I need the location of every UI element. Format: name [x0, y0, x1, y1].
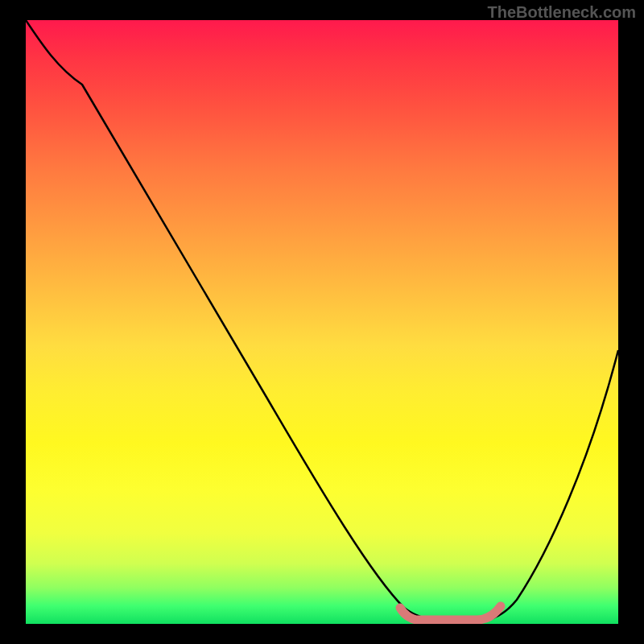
curve-overlay	[26, 20, 618, 624]
bottleneck-curve-line	[26, 20, 618, 622]
chart-container: TheBottleneck.com	[0, 0, 644, 644]
watermark-text: TheBottleneck.com	[488, 3, 636, 22]
optimal-zone-marker	[400, 606, 501, 620]
